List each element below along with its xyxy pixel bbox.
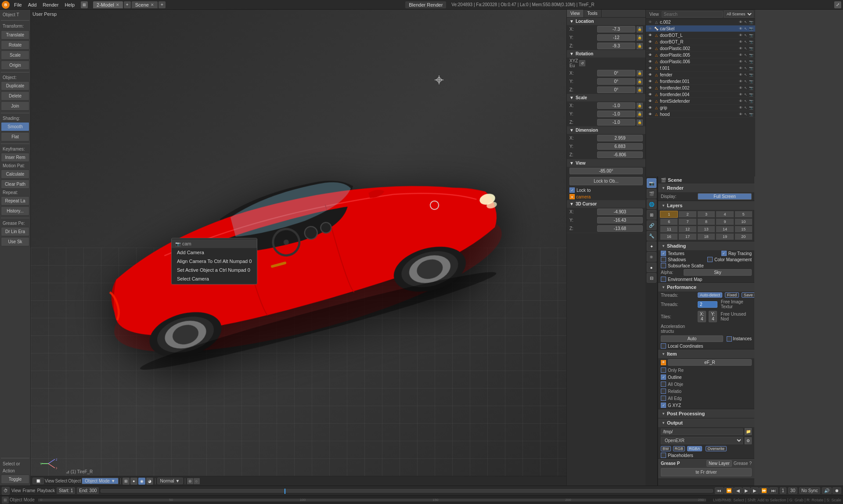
props-physics-btn[interactable]: ⚛ — [647, 252, 656, 262]
vis-11c[interactable]: 📷 — [749, 86, 753, 90]
n-cursor-x-value[interactable]: -4.903 — [597, 209, 643, 215]
new-layer-btn[interactable]: New Layer — [706, 460, 732, 467]
vis-14a[interactable]: 👁 — [738, 105, 743, 110]
vis-13a[interactable]: 👁 — [738, 99, 743, 104]
n-scale-y-value[interactable]: -1.0 — [597, 111, 635, 117]
only-re-checkbox[interactable] — [661, 367, 666, 373]
display-value[interactable]: Full Screen — [698, 193, 752, 200]
props-texture-btn[interactable]: ⊟ — [647, 273, 656, 283]
vp-wire-btn[interactable]: ⊞ — [122, 478, 130, 485]
textures-checkbox[interactable]: ✓ — [661, 251, 666, 256]
outliner-item-c002[interactable]: 👁 △ c.002 👁 ↖ 📷 — [646, 19, 755, 25]
outliner-item-carSkel[interactable]: 👁 🦴 carSkel 👁 ↖ 📷 — [646, 25, 755, 32]
n-rotation-header[interactable]: ▼ Rotation — [567, 50, 645, 58]
tab-add-2model[interactable]: + — [124, 1, 131, 8]
vis-5c[interactable]: 📷 — [749, 46, 753, 51]
prev-frame-btn[interactable]: ⏪ — [724, 487, 734, 494]
n-dim-z-value[interactable]: -6.806 — [597, 151, 643, 158]
n-rot-lock-x[interactable]: 🔒 — [637, 70, 643, 76]
vis-4a[interactable]: 👁 — [738, 40, 743, 44]
threads-count-input[interactable]: 2 — [698, 301, 717, 308]
btn-repeat-last[interactable]: Repeat La — [1, 196, 29, 205]
vp-texture-btn[interactable]: ◉ — [138, 478, 145, 485]
record-btn[interactable]: ⏺ — [832, 487, 841, 494]
outliner-item-grip[interactable]: 👁 △ grip 👁↖📷 — [646, 104, 755, 111]
n-rot-icon[interactable]: ↺ — [579, 60, 585, 66]
n-scale-x-value[interactable]: -1.0 — [597, 102, 635, 109]
tile-x-value[interactable]: X: 4 — [698, 311, 706, 322]
n-cursor-y-value[interactable]: -16.43 — [597, 217, 643, 223]
layer-17[interactable]: 17 — [678, 233, 696, 240]
outliner-item-frontsidefender[interactable]: 👁 △ frontSidefender 👁↖📷 — [646, 98, 755, 104]
current-frame-display[interactable]: 1 — [780, 487, 787, 494]
layer-5[interactable]: 5 — [735, 211, 753, 218]
timeline-view-label[interactable]: View — [11, 488, 21, 493]
outliner-item-doorBOT-R[interactable]: 👁 △ doorBOT_R 👁↖📷 — [646, 39, 755, 45]
props-particles-btn[interactable]: ✦ — [647, 241, 656, 251]
format-select[interactable]: OpenEXR — [661, 437, 743, 444]
vis-cursor2[interactable]: ↖ — [743, 26, 748, 31]
n-loc-x-value[interactable]: -7.3 — [597, 26, 635, 32]
vis-7a[interactable]: 👁 — [738, 59, 743, 64]
timeline-playback-label[interactable]: Playback — [37, 488, 55, 493]
snap-btn[interactable]: ⊕ — [187, 478, 193, 484]
n-3d-cursor-header[interactable]: ▼ 3D Cursor — [567, 200, 645, 208]
n-dim-y-value[interactable]: 6.883 — [597, 143, 643, 150]
layer-14[interactable]: 14 — [716, 226, 734, 233]
vis-13c[interactable]: 📷 — [749, 99, 753, 104]
vp-object-mode-btn[interactable]: Object Mode ▼ — [82, 478, 118, 484]
layer-19[interactable]: 19 — [716, 233, 734, 240]
vis-11a[interactable]: 👁 — [738, 86, 743, 90]
btn-delete[interactable]: Delete — [1, 91, 29, 101]
vp-solid-btn[interactable]: ● — [130, 478, 137, 485]
n-tab-view[interactable]: View — [567, 10, 584, 17]
menu-add[interactable]: Add — [25, 1, 40, 8]
n-tab-tools[interactable]: Tools — [584, 10, 602, 17]
n-lock-y[interactable]: 🔒 — [637, 35, 643, 41]
n-cursor-z-value[interactable]: -13.68 — [597, 225, 643, 232]
accel-value[interactable]: Auto — [661, 335, 723, 342]
n-view-header[interactable]: ▼ View — [567, 159, 645, 167]
btn-history[interactable]: History... — [1, 206, 29, 216]
props-material-btn[interactable]: ● — [647, 263, 656, 272]
outliner-item-f001[interactable]: 👁 △ f.001 👁↖📷 — [646, 65, 755, 72]
n-lock-z[interactable]: 🔒 — [637, 43, 643, 49]
output-folder-btn[interactable]: 📁 — [745, 428, 752, 435]
n-loc-y-value[interactable]: -12 — [597, 34, 635, 41]
vp-material-btn[interactable]: ◕ — [146, 478, 153, 485]
bw-btn[interactable]: BW — [661, 446, 671, 451]
play-start-btn[interactable]: ⏮ — [715, 487, 724, 494]
end-frame-input[interactable]: End: 300 — [77, 487, 99, 494]
color-mgmt-checkbox[interactable] — [707, 257, 713, 262]
props-modifiers-btn[interactable]: 🔧 — [647, 231, 656, 241]
render-engine-selector[interactable]: Blender Render — [405, 1, 446, 8]
n-location-header[interactable]: ▼ Location — [567, 18, 645, 25]
layer-7[interactable]: 7 — [678, 218, 696, 225]
n-lock-to-obj-btn[interactable]: Lock to Ob... — [569, 177, 643, 185]
vis-10c[interactable]: 📷 — [749, 79, 753, 84]
vis-14c[interactable]: 📷 — [749, 105, 753, 110]
props-render-btn[interactable]: 📷 — [647, 178, 656, 188]
n-scale-header[interactable]: ▼ Scale — [567, 94, 645, 101]
btn-join[interactable]: Join — [1, 101, 29, 111]
alpha-value[interactable]: Sky — [684, 269, 752, 276]
save-buffers-btn[interactable]: Save Buffers — [742, 292, 754, 298]
audio-btn[interactable]: 🔊 — [822, 487, 832, 494]
layer-4[interactable]: 4 — [716, 211, 734, 218]
layer-10[interactable]: 10 — [735, 218, 753, 225]
auto-detect-btn[interactable]: Auto-detect — [698, 292, 722, 298]
vis-9c[interactable]: 📷 — [749, 72, 753, 77]
vis-10b[interactable]: ↖ — [743, 79, 748, 84]
props-object-btn[interactable]: ⊞ — [647, 210, 656, 220]
overwrite-btn[interactable]: Overwrite — [706, 446, 727, 451]
vis-5a[interactable]: 👁 — [738, 46, 743, 51]
menu-help[interactable]: Help — [62, 1, 77, 8]
n-rot-x-value[interactable]: 0° — [597, 70, 635, 76]
timeline-ruler[interactable] — [101, 489, 713, 493]
post-processing-header[interactable]: ▼ Post Processing — [658, 409, 754, 418]
vis-render2[interactable]: 📷 — [749, 26, 753, 31]
vis-15b[interactable]: ↖ — [743, 112, 748, 117]
n-rot-z-value[interactable]: 0° — [597, 86, 635, 93]
menu-file[interactable]: File — [11, 1, 25, 8]
outliner-scenes-dropdown[interactable]: All Scenes — [724, 11, 753, 18]
